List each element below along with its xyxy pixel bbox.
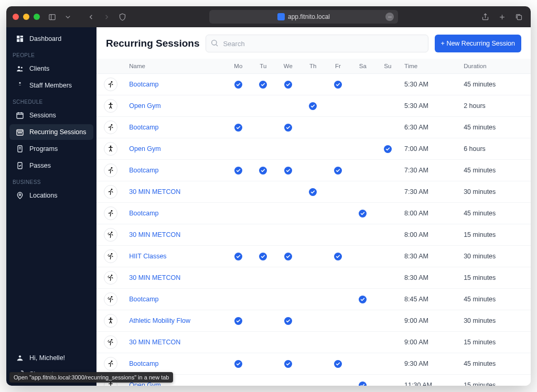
new-tab-icon[interactable] <box>496 11 508 23</box>
day-cell-fr <box>326 289 351 310</box>
new-recurring-session-button[interactable]: + New Recurring Session <box>435 35 521 52</box>
passes-icon <box>16 161 24 170</box>
day-cell-we <box>276 267 301 289</box>
share-icon[interactable] <box>479 11 491 23</box>
session-link[interactable]: Bootcamp <box>129 296 158 303</box>
session-link[interactable]: Bootcamp <box>129 81 158 88</box>
session-link[interactable]: Bootcamp <box>129 124 158 131</box>
table-row: Athletic Mobility Flow9:00 AM30 minutes <box>96 310 531 332</box>
sidebar-item-programs[interactable]: Programs <box>9 141 93 157</box>
day-cell-fr <box>326 74 351 95</box>
day-cell-th <box>300 160 326 181</box>
session-link[interactable]: Bootcamp <box>129 210 158 217</box>
day-cell-sa <box>350 224 375 246</box>
table-scroll[interactable]: Name Mo Tu We Th Fr Sa Su Time Duration <box>96 59 531 386</box>
day-cell-tu <box>251 160 276 181</box>
col-tu[interactable]: Tu <box>251 59 276 74</box>
col-fr[interactable]: Fr <box>326 59 351 74</box>
day-cell-tu <box>251 289 276 310</box>
day-cell-th <box>300 375 326 386</box>
session-link[interactable]: Athletic Mobility Flow <box>129 317 190 324</box>
day-cell-we <box>276 246 301 267</box>
session-link[interactable]: 30 MIN METCON <box>129 274 180 281</box>
time-cell: 8:45 AM <box>400 289 459 310</box>
sidebar-item-staff[interactable]: Staff Members <box>9 78 93 93</box>
site-badge-icon <box>277 13 285 20</box>
tabs-overview-icon[interactable] <box>513 11 524 23</box>
back-button[interactable] <box>85 11 96 23</box>
sidebar-item-passes[interactable]: Passes <box>9 158 93 173</box>
svg-point-23 <box>19 133 20 133</box>
col-name[interactable]: Name <box>125 59 225 74</box>
day-cell-tu <box>251 181 276 203</box>
titlebar: app.fitnito.local <box>6 6 531 27</box>
shield-icon[interactable] <box>116 11 128 23</box>
col-sa[interactable]: Sa <box>350 59 375 74</box>
duration-cell: 45 minutes <box>459 353 531 375</box>
check-icon <box>334 360 342 368</box>
minimize-window-button[interactable] <box>23 14 29 20</box>
chevron-down-icon[interactable] <box>62 11 73 23</box>
session-link[interactable]: 30 MIN METCON <box>129 188 180 195</box>
check-icon <box>284 124 292 132</box>
col-su[interactable]: Su <box>375 59 401 74</box>
day-cell-fr <box>326 246 351 267</box>
window-controls <box>13 14 40 20</box>
session-link[interactable]: Open Gym <box>129 145 160 153</box>
sidebar-item-dashboard[interactable]: Dashboard <box>9 31 93 47</box>
session-link[interactable]: HIIT Classes <box>129 253 166 260</box>
sidebar-toggle-icon[interactable] <box>46 11 58 23</box>
col-time[interactable]: Time <box>400 59 459 74</box>
day-cell-sa <box>350 267 375 289</box>
session-link[interactable]: 30 MIN METCON <box>129 231 180 238</box>
day-cell-su <box>375 224 401 246</box>
svg-point-4 <box>391 16 392 17</box>
check-icon <box>234 81 242 89</box>
search-icon <box>210 39 219 47</box>
session-link[interactable]: Bootcamp <box>129 360 158 367</box>
day-cell-mo <box>226 267 251 289</box>
day-cell-th <box>300 203 326 224</box>
main-content: Recurring Sessions + New Recurring Sessi… <box>96 27 531 386</box>
svg-point-2 <box>388 16 389 17</box>
time-cell: 5:30 AM <box>400 95 459 117</box>
day-cell-fr <box>326 353 351 375</box>
duration-cell: 15 minutes <box>459 224 531 246</box>
day-cell-sa <box>350 160 375 181</box>
day-cell-su <box>375 310 401 332</box>
sidebar-item-sessions[interactable]: Sessions <box>9 107 93 123</box>
day-cell-mo <box>226 375 251 386</box>
main-header: Recurring Sessions + New Recurring Sessi… <box>96 27 531 59</box>
svg-point-13 <box>18 66 20 68</box>
search-input[interactable] <box>206 35 428 52</box>
address-bar[interactable]: app.fitnito.local <box>209 10 398 24</box>
sidebar-item-greeting[interactable]: Hi, Michelle! <box>9 350 93 366</box>
forward-button[interactable] <box>101 11 112 23</box>
check-icon <box>284 81 292 89</box>
check-icon <box>284 167 292 175</box>
col-th[interactable]: Th <box>300 59 326 74</box>
sidebar-item-recurring[interactable]: Recurring Sessions <box>9 124 93 140</box>
day-cell-we <box>276 95 301 117</box>
col-mo[interactable]: Mo <box>226 59 251 74</box>
check-icon <box>359 382 367 386</box>
session-link[interactable]: Bootcamp <box>129 167 158 174</box>
session-link[interactable]: Open Gym <box>129 102 160 110</box>
day-cell-mo <box>226 203 251 224</box>
reader-mode-icon[interactable] <box>385 13 394 21</box>
time-cell: 7:30 AM <box>400 160 459 181</box>
col-duration[interactable]: Duration <box>459 59 531 74</box>
day-cell-th <box>300 181 326 203</box>
close-window-button[interactable] <box>13 14 19 20</box>
sidebar-item-clients[interactable]: Clients <box>9 61 93 77</box>
sidebar-item-locations[interactable]: Locations <box>9 188 93 203</box>
day-cell-tu <box>251 224 276 246</box>
session-link[interactable]: 30 MIN METCON <box>129 339 180 346</box>
svg-point-32 <box>212 40 217 45</box>
day-cell-mo <box>226 95 251 117</box>
day-cell-mo <box>226 138 251 160</box>
zoom-window-button[interactable] <box>34 14 40 20</box>
day-cell-we <box>276 332 301 353</box>
col-we[interactable]: We <box>276 59 301 74</box>
sidebar-item-label: Hi, Michelle! <box>29 354 65 362</box>
